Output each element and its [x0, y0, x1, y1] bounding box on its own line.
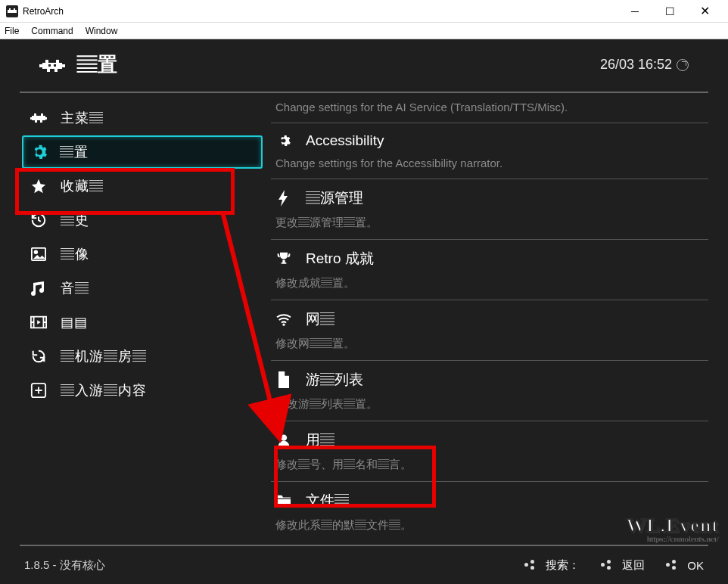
app-body: ▤置 26/03 16:52 主菜▤ ▤置 [0, 39, 728, 584]
app-icon [6, 5, 18, 17]
sidebar-item-settings[interactable]: ▤置 [20, 135, 265, 169]
footer-action-label: 返回 [622, 558, 645, 573]
menu-window[interactable]: Window [86, 26, 118, 36]
section-user[interactable]: 用▤ 修改▤号、用▤名和▤言。 [271, 421, 708, 481]
svg-rect-2 [14, 8, 15, 10]
folder-icon [275, 492, 292, 509]
section-desc: Change settings for the Accessibility na… [271, 154, 708, 179]
controller-dots-icon [524, 560, 540, 570]
footer-bar: 1.8.5 - 没有核心 搜索： 返回 OK [20, 545, 708, 584]
section-network[interactable]: 网▤ 修改网▤▤置。 [271, 300, 708, 360]
svg-rect-5 [61, 64, 65, 67]
section-desc: 修改成就▤置。 [271, 273, 708, 300]
sidebar-item-label: ▤史 [61, 211, 89, 229]
section-desc: 修改▤号、用▤名和▤言。 [271, 455, 708, 481]
section-desc: 修改网▤▤置。 [271, 334, 708, 360]
window-title: RetroArch [23, 6, 618, 17]
sidebar-item-favorites[interactable]: 收藏▤ [20, 169, 265, 203]
svg-rect-6 [45, 60, 48, 63]
section-title: Retro 成就 [306, 249, 374, 269]
minimize-button[interactable]: ─ [618, 0, 652, 23]
svg-rect-8 [47, 69, 50, 72]
window-titlebar: RetroArch ─ ☐ ✕ [0, 0, 728, 23]
gear-small-icon [275, 132, 292, 149]
trophy-icon [275, 250, 292, 267]
sidebar-item-music[interactable]: 音▤ [20, 271, 265, 305]
svg-rect-14 [45, 117, 47, 120]
sidebar-item-label: 收藏▤ [61, 177, 104, 195]
section-desc: Change settings for the AI Service (Tran… [271, 98, 708, 123]
svg-rect-15 [34, 113, 36, 116]
header-datetime: 26/03 16:52 [600, 57, 689, 73]
svg-rect-3 [42, 63, 62, 69]
section-power[interactable]: ▤源管理 更改▤源管理▤置。 [271, 179, 708, 239]
sidebar-item-images[interactable]: ▤像 [20, 237, 265, 271]
sidebar-item-label: ▤▤ [61, 314, 88, 331]
section-desc: 更改▤源管理▤置。 [271, 213, 708, 239]
sidebar-item-import[interactable]: ▤入游▤内容 [20, 373, 265, 407]
footer-action-label: 搜索： [546, 558, 580, 573]
user-icon [275, 432, 292, 449]
clock-icon [677, 59, 689, 71]
svg-rect-0 [8, 10, 17, 13]
star-icon [30, 178, 47, 194]
video-icon [30, 314, 47, 331]
sidebar-item-label: ▤置 [60, 143, 89, 161]
section-playlist[interactable]: 游▤列表 修改游▤列表▤置。 [271, 360, 708, 421]
sidebar-item-history[interactable]: ▤史 [20, 203, 265, 237]
controller-dots-icon [601, 560, 616, 570]
page-title: ▤置 [77, 51, 600, 78]
section-desc: 修改游▤列表▤置。 [271, 394, 708, 421]
section-achievements[interactable]: Retro 成就 修改成就▤置。 [271, 239, 708, 300]
svg-rect-12 [32, 116, 45, 120]
image-icon [30, 246, 47, 262]
plus-icon [30, 382, 47, 399]
svg-rect-4 [39, 64, 44, 67]
svg-rect-1 [9, 8, 11, 10]
bolt-icon [275, 190, 292, 207]
svg-point-23 [282, 324, 285, 326]
footer-version: 1.8.5 - 没有核心 [24, 558, 524, 573]
svg-rect-13 [30, 117, 33, 120]
footer-action-ok[interactable]: OK [666, 558, 704, 573]
svg-rect-9 [54, 69, 58, 72]
sidebar-item-label: ▤入游▤内容 [61, 381, 147, 399]
svg-rect-11 [54, 64, 56, 67]
sidebar-item-label: 主菜▤ [61, 109, 104, 127]
netplay-icon [30, 348, 47, 365]
svg-rect-7 [56, 60, 59, 63]
sidebar-item-label: 音▤ [61, 279, 89, 297]
maximize-button[interactable]: ☐ [652, 0, 687, 23]
invader-icon [30, 110, 47, 126]
section-title: 游▤列表 [306, 370, 363, 390]
sidebar-item-video[interactable]: ▤▤ [20, 305, 265, 339]
file-icon [275, 371, 292, 388]
svg-rect-10 [48, 64, 51, 67]
datetime-text: 26/03 16:52 [600, 57, 672, 73]
app-header: ▤置 26/03 16:52 [20, 39, 708, 93]
sidebar: 主菜▤ ▤置 收藏▤ ▤史 [20, 93, 265, 542]
controller-dots-icon [666, 560, 681, 570]
section-title: 用▤ [306, 430, 334, 450]
close-button[interactable]: ✕ [687, 0, 722, 23]
section-ai-service[interactable]: Change settings for the AI Service (Tran… [271, 98, 708, 123]
section-title: Accessibility [306, 132, 384, 149]
gear-icon [31, 144, 48, 160]
history-icon [30, 212, 47, 228]
window-controls: ─ ☐ ✕ [618, 0, 722, 23]
svg-rect-18 [40, 120, 42, 123]
section-directory[interactable]: 文件▤ 修改此系▤的默▤文件▤。 [271, 481, 708, 542]
footer-action-search[interactable]: 搜索： [524, 558, 580, 573]
settings-list: Change settings for the AI Service (Tran… [265, 93, 708, 542]
sidebar-item-main-menu[interactable]: 主菜▤ [20, 101, 265, 135]
invader-icon [39, 57, 65, 73]
sidebar-item-netplay[interactable]: ▤机游▤房▤ [20, 339, 265, 373]
footer-action-back[interactable]: 返回 [601, 558, 645, 573]
menu-command[interactable]: Command [31, 26, 73, 36]
svg-rect-16 [41, 113, 43, 116]
sidebar-item-label: ▤机游▤房▤ [61, 347, 147, 365]
section-accessibility[interactable]: Accessibility Change settings for the Ac… [271, 123, 708, 179]
section-title: 文件▤ [306, 491, 349, 511]
svg-point-20 [35, 250, 38, 253]
menu-file[interactable]: File [5, 26, 19, 36]
